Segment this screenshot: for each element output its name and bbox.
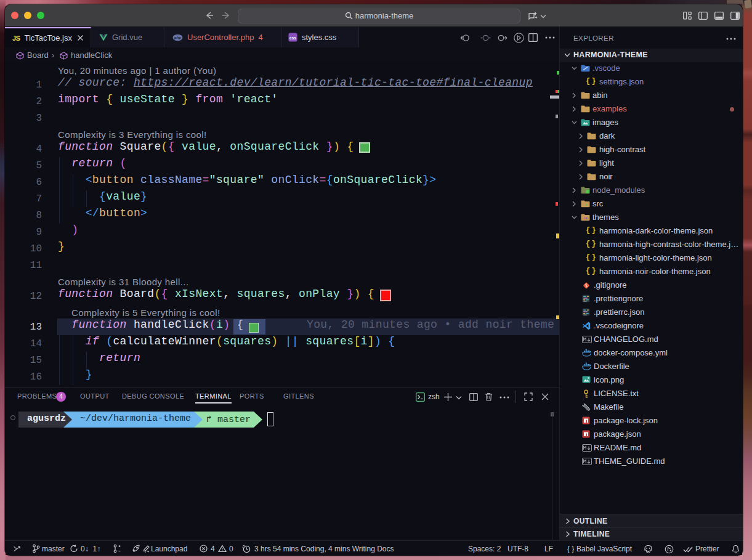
- svg-text:css: css: [289, 36, 296, 40]
- svg-text:php: php: [174, 36, 181, 39]
